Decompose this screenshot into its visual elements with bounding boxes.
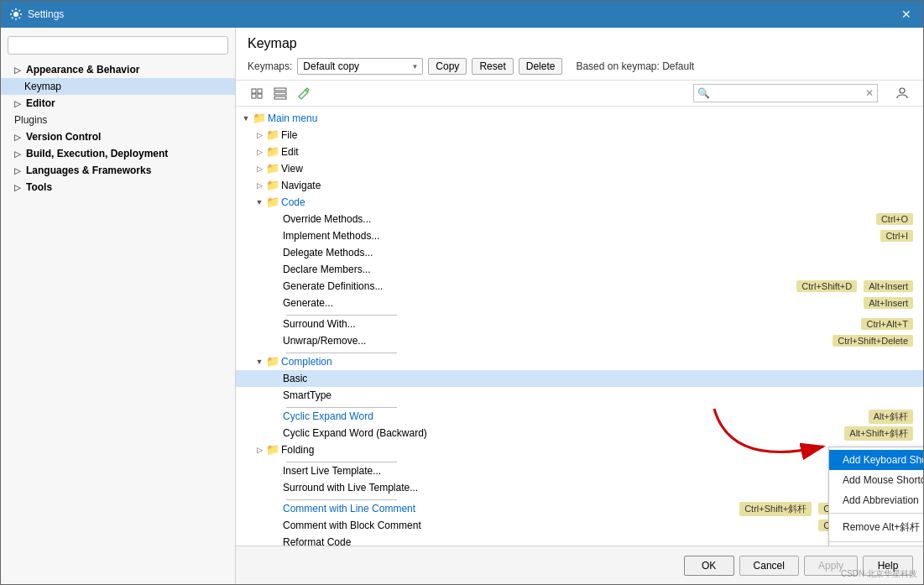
tree-label: Basic: [283, 373, 920, 384]
sidebar-item-plugins[interactable]: Plugins: [1, 112, 235, 128]
tree-label: SmartType: [283, 389, 920, 401]
close-button[interactable]: ✕: [898, 6, 915, 23]
tree-item-surround-live[interactable]: Surround with Live Template... Ctrl+Alt+…: [236, 479, 923, 496]
ok-button[interactable]: OK: [684, 556, 734, 576]
tree-separator2: ————————————: [236, 351, 923, 352]
svg-rect-1: [252, 89, 256, 93]
tree-label: Navigate: [281, 180, 920, 191]
copy-button[interactable]: Copy: [428, 58, 467, 75]
shortcut-area: Ctrl+Alt+T: [861, 318, 920, 330]
tree-label: File: [281, 129, 920, 141]
expand-icon: ▷: [253, 145, 266, 159]
svg-rect-3: [252, 94, 256, 98]
tree-label: Surround With...: [283, 318, 861, 330]
tree-separator5: ————————————: [236, 498, 923, 499]
tree-item-folding[interactable]: ▷ 📁 Folding: [236, 441, 923, 458]
expand-all-button[interactable]: [248, 84, 266, 102]
tree-item-comment-line[interactable]: Comment with Line Comment Ctrl+Shift+斜杆 …: [236, 500, 923, 517]
sidebar-search-input[interactable]: [8, 36, 228, 55]
reset-button[interactable]: Reset: [472, 58, 513, 75]
collapse-all-icon: [274, 86, 287, 100]
tree-item-generate[interactable]: Generate... Alt+Insert: [236, 295, 923, 311]
tree-item-cyclic-expand-back[interactable]: Cyclic Expand Word (Backward) Alt+Shift+…: [236, 425, 923, 441]
tree-item-surround[interactable]: Surround With... Ctrl+Alt+T: [236, 316, 923, 332]
tree-item-implement[interactable]: Implement Methods... Ctrl+I: [236, 227, 923, 244]
expand-icon: ▼: [253, 196, 266, 209]
tree-label: Comment with Line Comment: [283, 503, 739, 514]
shortcut-area: Ctrl+Shift+Delete: [833, 335, 920, 347]
shortcut-area: Ctrl+Shift+D Alt+Insert: [796, 280, 920, 292]
tree-item-unwrap[interactable]: Unwrap/Remove... Ctrl+Shift+Delete: [236, 332, 923, 349]
tree-item-cyclic-expand[interactable]: Cyclic Expand Word Alt+斜杆: [236, 408, 923, 425]
edit-button[interactable]: [295, 84, 313, 102]
keymap-title: Keymap: [248, 36, 911, 51]
folder-icon: 📁: [266, 179, 279, 192]
window-body: ▷ Appearance & Behavior Keymap ▷ Editor …: [1, 28, 923, 584]
tree-item-reformat[interactable]: Reformat Code Ctrl+Alt+L: [236, 534, 923, 546]
clear-search-icon[interactable]: ✕: [862, 86, 877, 101]
collapse-all-button[interactable]: [271, 84, 290, 102]
keymap-select[interactable]: Default copy: [297, 58, 423, 75]
tree-label: Folding: [281, 444, 920, 456]
tree-item-navigate[interactable]: ▷ 📁 Navigate: [236, 177, 923, 194]
keymap-tree[interactable]: ▼ 📁 Main menu ▷ 📁 File ▷: [236, 107, 923, 546]
shortcut-area: Ctrl+I: [880, 230, 920, 242]
context-menu-item-label: Add Abbreviation: [843, 494, 919, 506]
tree-item-view[interactable]: ▷ 📁 View: [236, 160, 923, 177]
tree-item-completion[interactable]: ▼ 📁 Completion: [236, 353, 923, 370]
context-menu-item-add-mouse[interactable]: Add Mouse Shortcut: [829, 470, 923, 490]
shortcut-badge: Ctrl+I: [880, 230, 913, 242]
sidebar-item-version-control[interactable]: ▷ Version Control: [1, 128, 235, 145]
tree-item-file[interactable]: ▷ 📁 File: [236, 127, 923, 144]
title-text: Settings: [28, 8, 64, 20]
tree-label: Delegate Methods...: [283, 247, 920, 259]
tree-item-insert-live[interactable]: Insert Live Template... Ctrl+J: [236, 462, 923, 479]
shortcut-badge: Ctrl+Alt+T: [861, 318, 913, 330]
context-menu-item-add-keyboard[interactable]: Add Keyboard Shortcut: [829, 450, 923, 470]
context-menu-item-reset-shortcuts[interactable]: Reset Shortcuts: [829, 545, 923, 546]
tree-item-override[interactable]: Override Methods... Ctrl+O: [236, 211, 923, 227]
tree-item-generate-defs[interactable]: Generate Definitions... Ctrl+Shift+D Alt…: [236, 278, 923, 295]
sidebar-item-editor[interactable]: ▷ Editor: [1, 95, 235, 112]
shortcut-badge: Ctrl+Shift+斜杆: [739, 502, 812, 516]
expand-all-icon: [250, 86, 264, 100]
sidebar-item-languages[interactable]: ▷ Languages & Frameworks: [1, 162, 235, 179]
tree-item-edit[interactable]: ▷ 📁 Edit: [236, 144, 923, 160]
keymap-header: Keymap Keymaps: Default copy ▼ Copy Rese…: [236, 28, 923, 81]
sidebar-item-build[interactable]: ▷ Build, Execution, Deployment: [1, 145, 235, 162]
folder-icon: 📁: [266, 196, 279, 209]
sidebar-item-label: Appearance & Behavior: [26, 64, 139, 76]
svg-rect-2: [258, 89, 262, 93]
expand-icon: ▷: [253, 179, 266, 192]
delete-button[interactable]: Delete: [519, 58, 563, 75]
tree-item-main-menu[interactable]: ▼ 📁 Main menu: [236, 110, 923, 127]
based-on-label: Based on keymap: Default: [576, 60, 694, 72]
tree-item-delegate[interactable]: Delegate Methods...: [236, 244, 923, 261]
expand-icon: ▼: [253, 355, 266, 368]
context-menu-item-add-abbrev[interactable]: Add Abbreviation: [829, 490, 923, 510]
cancel-button[interactable]: Cancel: [739, 556, 799, 576]
keymap-search-input[interactable]: [713, 86, 862, 101]
expand-icon: ▷: [253, 443, 266, 457]
sidebar-item-label: Plugins: [14, 114, 47, 126]
title-bar-left: Settings: [9, 8, 64, 21]
expand-icon: ▷: [253, 128, 266, 142]
tree-item-declare[interactable]: Declare Members...: [236, 261, 923, 278]
context-menu-separator: [829, 513, 923, 514]
tree-label: Generate Definitions...: [283, 280, 796, 292]
expand-icon: ▷: [14, 183, 23, 192]
sidebar-item-tools[interactable]: ▷ Tools: [1, 179, 235, 196]
tree-item-code[interactable]: ▼ 📁 Code: [236, 194, 923, 211]
user-icon-button[interactable]: [893, 84, 911, 102]
folder-icon: 📁: [266, 162, 279, 175]
shortcut-area: Alt+Insert: [864, 297, 920, 309]
shortcut-badge: Ctrl+Shift+D: [796, 280, 857, 292]
sidebar-item-label: Build, Execution, Deployment: [26, 148, 168, 159]
sidebar-item-appearance[interactable]: ▷ Appearance & Behavior: [1, 61, 235, 78]
context-menu-item-remove-alt[interactable]: Remove Alt+斜杆: [829, 516, 923, 539]
tree-item-smarttype[interactable]: SmartType: [236, 387, 923, 404]
tree-item-basic[interactable]: Basic: [236, 370, 923, 387]
sidebar-item-keymap[interactable]: Keymap: [1, 78, 235, 95]
title-bar: Settings ✕: [1, 1, 923, 28]
tree-item-comment-block[interactable]: Comment with Block Comment Ctrl+Shift+Nu…: [236, 517, 923, 534]
